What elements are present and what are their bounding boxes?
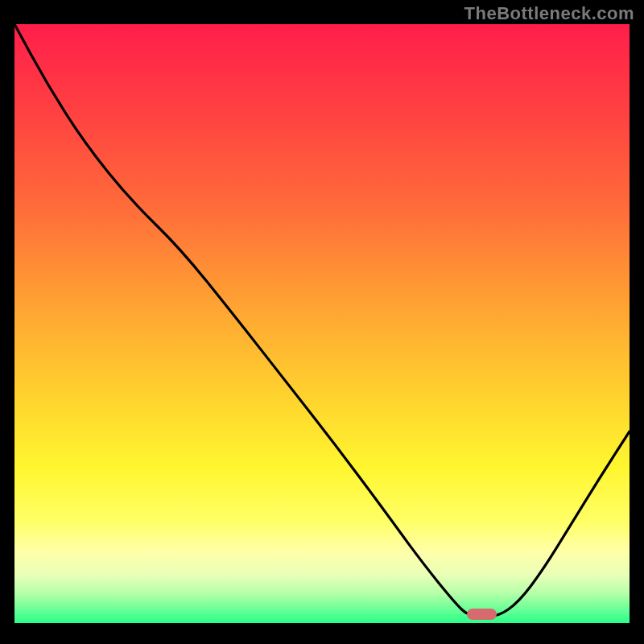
watermark-text: TheBottleneck.com — [464, 3, 634, 24]
chart-frame: TheBottleneck.com — [0, 0, 644, 644]
curve-svg — [14, 24, 630, 623]
optimum-marker — [467, 609, 497, 619]
plot-area — [14, 24, 630, 623]
bottleneck-curve-path — [14, 24, 630, 617]
